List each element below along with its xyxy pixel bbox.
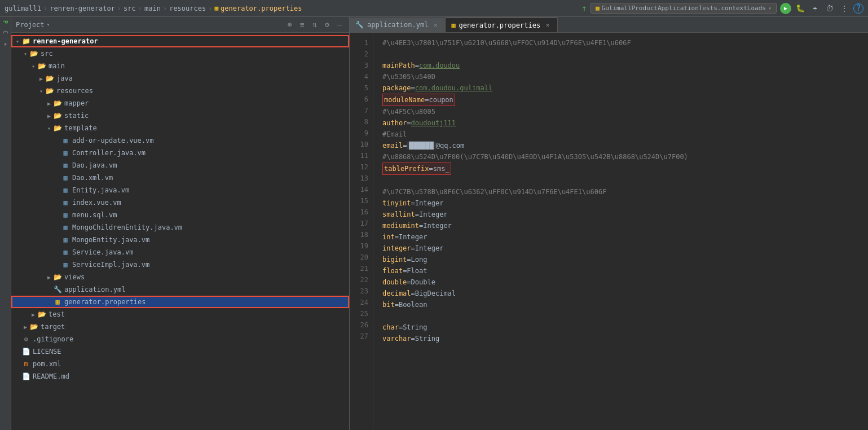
tree-label: src xyxy=(41,50,53,58)
code-content[interactable]: #\u4EE3\u7801\u751F\u6210\u5668\uFF0C\u9… xyxy=(373,33,868,430)
tree-item-entity[interactable]: ▶ ▦ Entity.java.vm xyxy=(11,184,349,196)
tree-item-renren-generator[interactable]: ▾ 📁 renren-generator xyxy=(11,35,349,47)
coverage-icon[interactable]: ☂ xyxy=(809,3,821,14)
side-favorites-icon[interactable]: ★ xyxy=(1,40,10,48)
tree-item-application-yml[interactable]: ▶ 🔧 application.yml xyxy=(11,283,349,296)
tree-item-menu-sql[interactable]: ▶ ▦ menu.sql.vm xyxy=(11,209,349,221)
yml-file-icon: 🔧 xyxy=(53,285,62,294)
tree-item-static[interactable]: ▶ 📂 static xyxy=(11,109,349,122)
vm-file-icon: ▦ xyxy=(61,198,70,207)
tree-label: views xyxy=(64,273,85,281)
tree-label: .gitignore xyxy=(33,335,73,343)
tree-label: LICENSE xyxy=(33,348,61,356)
tree-item-pom[interactable]: ▶ m pom.xml xyxy=(11,358,349,370)
tree-label: Entity.java.vm xyxy=(72,186,129,194)
tree-item-generator-properties[interactable]: ▶ ▦ generator.properties xyxy=(11,296,349,308)
tree-item-readme[interactable]: ▶ 📄 README.md xyxy=(11,370,349,383)
tree-arrow: ▾ xyxy=(37,88,45,94)
code-line-10: email=██████@qq.com xyxy=(382,140,859,151)
tree-item-dao-java[interactable]: ▶ ▦ Dao.java.vm xyxy=(11,159,349,172)
tree-item-resources[interactable]: ▾ 📂 resources xyxy=(11,85,349,97)
folder-resources-icon: 📂 xyxy=(45,86,54,95)
tree-item-java[interactable]: ▶ 📂 java xyxy=(11,72,349,85)
hide-panel-icon[interactable]: — xyxy=(334,20,345,30)
code-line-9: #Email xyxy=(382,129,859,140)
tab-bar: 🔧 application.yml ✕ ▦ generator.properti… xyxy=(350,17,868,33)
collapse-all-icon[interactable]: ≡ xyxy=(297,20,307,30)
code-line-20: bigint=Long xyxy=(382,254,859,265)
tree-item-serviceimpl[interactable]: ▶ ▦ ServiceImpl.java.vm xyxy=(11,258,349,271)
tree-item-test[interactable]: ▶ 📂 test xyxy=(11,308,349,321)
tree-label: resources xyxy=(56,87,93,95)
code-line-13 xyxy=(382,175,859,186)
tree-item-mongo-children[interactable]: ▶ ▦ MongoChildrenEntity.java.vm xyxy=(11,221,349,234)
tree-label: add-or-update.vue.vm xyxy=(72,137,154,144)
breadcrumb-gulimall1[interactable]: gulimall1 xyxy=(5,5,41,12)
code-line-18: int=Integer xyxy=(382,231,859,243)
breadcrumb-main[interactable]: main xyxy=(144,5,161,12)
tree-arrow: ▶ xyxy=(21,324,29,330)
vm-file-icon: ▦ xyxy=(61,136,70,145)
main-area: P C ★ Project ▾ ⊕ ≡ ⇅ ⚙ — ▾ 📁 renren-gen… xyxy=(0,17,868,430)
folder-template-icon: 📂 xyxy=(53,124,62,133)
breadcrumb-src[interactable]: src xyxy=(124,5,136,12)
vm-file-icon: ▦ xyxy=(61,223,70,232)
folder-mapper-icon: 📂 xyxy=(53,99,62,108)
tree-arrow: ▾ xyxy=(45,125,53,131)
settings-icon[interactable]: ⚙ xyxy=(322,20,332,30)
tree-label: Dao.java.vm xyxy=(72,161,117,169)
yml-tab-close[interactable]: ✕ xyxy=(431,21,439,29)
tree-item-mapper[interactable]: ▶ 📂 mapper xyxy=(11,97,349,109)
tree-item-views[interactable]: ▶ 📂 views xyxy=(11,271,349,283)
tree-item-add-or-update[interactable]: ▶ ▦ add-or-update.vue.vm xyxy=(11,134,349,147)
code-line-4: #\u5305\u540D xyxy=(382,71,859,82)
tab-application-yml[interactable]: 🔧 application.yml ✕ xyxy=(350,17,446,32)
sort-icon[interactable]: ⇅ xyxy=(310,20,320,30)
tree-area: ▾ 📁 renren-generator ▾ 📂 src ▾ 📂 main ▶ … xyxy=(11,33,349,430)
tree-item-dao-xml[interactable]: ▶ ▦ Dao.xml.vm xyxy=(11,172,349,184)
breadcrumb-resources[interactable]: resources xyxy=(169,5,206,12)
project-dropdown-icon[interactable]: ▾ xyxy=(47,21,50,28)
code-line-23: decimal=BigDecimal xyxy=(382,288,859,299)
tab-generator-properties[interactable]: ▦ generator.properties ✕ xyxy=(446,17,558,32)
more-icon[interactable]: ⋮ xyxy=(839,3,850,14)
vm-file-icon: ▦ xyxy=(61,235,70,244)
tree-item-src[interactable]: ▾ 📂 src xyxy=(11,47,349,60)
code-line-2 xyxy=(382,49,859,60)
tree-label: application.yml xyxy=(64,286,125,293)
run-config[interactable]: ▦ GulimallProductApplicationTests.contex… xyxy=(591,3,777,14)
tree-label: generator.properties xyxy=(64,298,146,306)
debug-icon[interactable]: 🐛 xyxy=(795,3,806,14)
help-icon[interactable]: ? xyxy=(853,3,863,14)
vm-file-icon: ▦ xyxy=(61,210,70,220)
properties-icon: ▦ xyxy=(214,5,218,12)
properties-tab-close[interactable]: ✕ xyxy=(544,21,552,29)
side-project-icon[interactable]: P xyxy=(1,19,10,25)
tree-item-index-vue[interactable]: ▶ ▦ index.vue.vm xyxy=(11,196,349,209)
breadcrumb-renren-generator[interactable]: renren-generator xyxy=(50,5,115,12)
properties-file-icon: ▦ xyxy=(53,297,62,306)
tree-item-main[interactable]: ▾ 📂 main xyxy=(11,60,349,72)
side-commit-icon[interactable]: C xyxy=(1,29,10,35)
tree-item-gitignore[interactable]: ▶ ⚙ .gitignore xyxy=(11,333,349,345)
tree-item-service[interactable]: ▶ ▦ Service.java.vm xyxy=(11,246,349,258)
vm-file-icon: ▦ xyxy=(61,173,70,182)
tree-label: menu.sql.vm xyxy=(72,211,117,219)
tree-item-mongo-entity[interactable]: ▶ ▦ MongoEntity.java.vm xyxy=(11,234,349,246)
run-button[interactable]: ▶ xyxy=(780,3,791,14)
folder-icon: 📂 xyxy=(37,62,46,71)
code-line-14: #\u7C7B\u578B\u8F6C\u6362\uFF0C\u914D\u7… xyxy=(382,186,859,198)
run-config-dropdown-icon[interactable]: ▾ xyxy=(768,5,772,11)
run-config-label: GulimallProductApplicationTests.contextL… xyxy=(602,5,766,12)
tree-arrow: ▶ xyxy=(37,76,45,82)
tree-item-target[interactable]: ▶ 📂 target xyxy=(11,321,349,333)
locate-icon[interactable]: ⊕ xyxy=(285,20,295,30)
tree-item-controller[interactable]: ▶ ▦ Controller.java.vm xyxy=(11,147,349,159)
code-line-15: tinyint=Integer xyxy=(382,198,859,209)
tree-item-template[interactable]: ▾ 📂 template xyxy=(11,122,349,134)
git-update-icon[interactable]: ↑ xyxy=(581,3,587,14)
profile-icon[interactable]: ⏱ xyxy=(824,3,835,14)
yml-tab-label: application.yml xyxy=(367,21,428,29)
tree-item-license[interactable]: ▶ 📄 LICENSE xyxy=(11,345,349,358)
vm-file-icon: ▦ xyxy=(61,248,70,257)
